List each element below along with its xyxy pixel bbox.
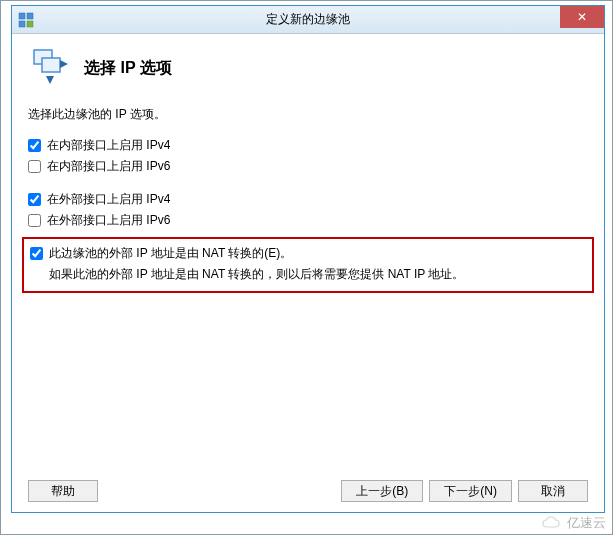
titlebar: 定义新的边缘池 ✕ <box>12 6 604 34</box>
svg-rect-0 <box>19 13 25 19</box>
checkbox-internal-ipv4-row: 在内部接口上启用 IPv4 <box>28 137 588 154</box>
svg-rect-2 <box>19 21 25 27</box>
app-icon <box>18 12 34 28</box>
checkbox-internal-ipv6[interactable] <box>28 160 41 173</box>
checkbox-external-ipv6[interactable] <box>28 214 41 227</box>
checkbox-external-ipv4[interactable] <box>28 193 41 206</box>
help-button[interactable]: 帮助 <box>28 480 98 502</box>
window-title: 定义新的边缘池 <box>266 11 350 28</box>
checkbox-external-ipv4-row: 在外部接口上启用 IPv4 <box>28 191 588 208</box>
svg-rect-1 <box>27 13 33 19</box>
checkbox-external-ipv4-label[interactable]: 在外部接口上启用 IPv4 <box>47 191 170 208</box>
checkbox-internal-ipv4-label[interactable]: 在内部接口上启用 IPv4 <box>47 137 170 154</box>
page-title: 选择 IP 选项 <box>84 58 172 79</box>
checkbox-internal-ipv6-label[interactable]: 在内部接口上启用 IPv6 <box>47 158 170 175</box>
checkbox-nat-row: 此边缘池的外部 IP 地址是由 NAT 转换的(E)。 <box>30 245 586 262</box>
next-button[interactable]: 下一步(N) <box>429 480 512 502</box>
cancel-button[interactable]: 取消 <box>518 480 588 502</box>
watermark: 亿速云 <box>541 514 606 532</box>
checkbox-external-ipv6-label[interactable]: 在外部接口上启用 IPv6 <box>47 212 170 229</box>
header-icon <box>32 48 72 88</box>
checkbox-external-ipv6-row: 在外部接口上启用 IPv6 <box>28 212 588 229</box>
cloud-icon <box>541 516 563 530</box>
watermark-text: 亿速云 <box>567 514 606 532</box>
footer: 帮助 上一步(B) 下一步(N) 取消 <box>28 480 588 502</box>
back-button[interactable]: 上一步(B) <box>341 480 423 502</box>
content-area: 选择 IP 选项 选择此边缘池的 IP 选项。 在内部接口上启用 IPv4 在内… <box>12 34 604 293</box>
close-button[interactable]: ✕ <box>560 6 604 28</box>
intro-text: 选择此边缘池的 IP 选项。 <box>28 106 588 123</box>
nat-highlight-box: 此边缘池的外部 IP 地址是由 NAT 转换的(E)。 如果此池的外部 IP 地… <box>22 237 594 293</box>
checkbox-nat-label[interactable]: 此边缘池的外部 IP 地址是由 NAT 转换的(E)。 <box>49 245 292 262</box>
checkbox-internal-ipv6-row: 在内部接口上启用 IPv6 <box>28 158 588 175</box>
svg-rect-3 <box>27 21 33 27</box>
nat-description: 如果此池的外部 IP 地址是由 NAT 转换的，则以后将需要您提供 NAT IP… <box>49 266 586 283</box>
svg-rect-5 <box>42 58 60 72</box>
checkbox-nat[interactable] <box>30 247 43 260</box>
close-icon: ✕ <box>577 10 587 24</box>
dialog-window: 定义新的边缘池 ✕ 选择 IP 选项 选择此边缘池的 IP 选项。 <box>11 5 605 513</box>
checkbox-internal-ipv4[interactable] <box>28 139 41 152</box>
